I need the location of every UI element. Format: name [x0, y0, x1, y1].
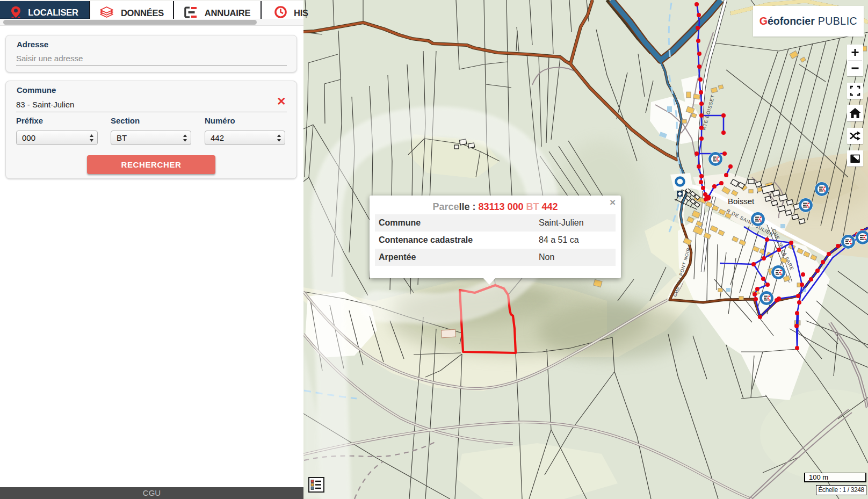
svg-text:Boisset: Boisset	[728, 197, 755, 206]
